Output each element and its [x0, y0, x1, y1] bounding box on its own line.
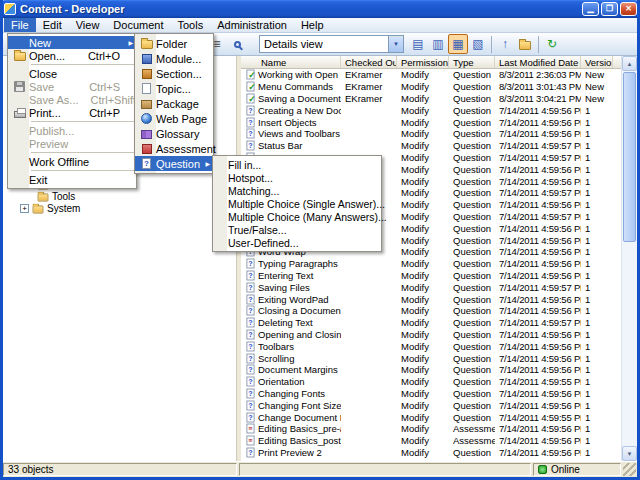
- table-row[interactable]: OrientationModifyQuestion7/14/2011 4:59:…: [241, 376, 621, 388]
- table-row[interactable]: Typing ParagraphsModifyQuestion7/14/2011…: [241, 258, 621, 270]
- cell-name: Exiting WordPad: [241, 294, 341, 305]
- up-one-level-button[interactable]: ↑: [495, 34, 515, 54]
- menu-edit[interactable]: Edit: [36, 18, 69, 32]
- minimize-button[interactable]: ▁: [582, 2, 599, 16]
- menu-item-work-offline[interactable]: Work Offline: [8, 155, 136, 168]
- menu-item-hotspot[interactable]: Hotspot...: [213, 171, 381, 184]
- question-icon: [246, 412, 254, 422]
- table-row[interactable]: Deleting TextModifyQuestion7/14/2011 4:5…: [241, 317, 621, 329]
- menu-item-fill-in[interactable]: Fill in...: [213, 158, 381, 171]
- menu-item-save[interactable]: SaveCtrl+S: [8, 80, 136, 93]
- menu-item-new[interactable]: New▶: [8, 36, 136, 49]
- table-row[interactable]: Creating a New DocumentModifyQuestion7/1…: [241, 104, 621, 116]
- menu-item-print[interactable]: Print...Ctrl+P: [8, 106, 136, 119]
- scroll-thumb[interactable]: [623, 72, 636, 242]
- menu-item-question[interactable]: Question▶: [135, 156, 213, 171]
- column-header-checked-ou[interactable]: Checked Ou...: [341, 56, 397, 68]
- menu-item-assessment[interactable]: Assessment: [135, 141, 213, 156]
- menu-item-section[interactable]: Section...: [135, 66, 213, 81]
- tree-item-system[interactable]: +System: [3, 202, 236, 214]
- menu-administration[interactable]: Administration: [210, 18, 294, 32]
- menu-item-save-as[interactable]: Save As...Ctrl+Shift+A: [8, 93, 136, 106]
- table-row[interactable]: Saving a DocumentEKramerModifyQuestion8/…: [241, 93, 621, 105]
- menu-document[interactable]: Document: [106, 18, 170, 32]
- column-header-name[interactable]: Name: [241, 56, 341, 68]
- menu-item-matching[interactable]: Matching...: [213, 184, 381, 197]
- table-row[interactable]: Saving FilesModifyQuestion7/14/2011 4:59…: [241, 281, 621, 293]
- table-row[interactable]: Opening and Closing a Do...ModifyQuestio…: [241, 329, 621, 341]
- cell-version: 1: [581, 353, 613, 364]
- menu-item-user-defined[interactable]: User-Defined...: [213, 236, 381, 249]
- menu-view[interactable]: View: [69, 18, 107, 32]
- menu-item-package[interactable]: Package: [135, 96, 213, 111]
- table-row[interactable]: Working with Open Docu...EKramerModifyQu…: [241, 69, 621, 81]
- table-row[interactable]: Insert ObjectsModifyQuestion7/14/2011 4:…: [241, 116, 621, 128]
- menu-item-preview[interactable]: Preview: [8, 137, 136, 150]
- menu-help[interactable]: Help: [294, 18, 331, 32]
- table-row[interactable]: Menu CommandsEKramerModifyQuestion8/3/20…: [241, 81, 621, 93]
- refresh-button[interactable]: ↻: [542, 34, 562, 54]
- table-row[interactable]: Print Preview 2ModifyQuestion7/14/2011 4…: [241, 447, 621, 459]
- table-row[interactable]: Editing Basics_pre-assess...ModifyAssess…: [241, 423, 621, 435]
- menu-item-glossary[interactable]: Glossary: [135, 126, 213, 141]
- menu-item-multiple-choice-single-answer[interactable]: Multiple Choice (Single Answer)...: [213, 197, 381, 210]
- resize-grip[interactable]: [623, 463, 636, 476]
- cell-modified: 7/14/2011 4:59:57 PM: [495, 187, 581, 198]
- folders-pane-button[interactable]: [515, 34, 535, 54]
- cell-type: Question: [449, 364, 495, 375]
- table-row[interactable]: Changing Font SizeModifyQuestion7/14/201…: [241, 399, 621, 411]
- menu-item-exit[interactable]: Exit: [8, 173, 136, 186]
- cell-version: 1: [581, 140, 613, 151]
- table-row[interactable]: Entering TextModifyQuestion7/14/2011 4:5…: [241, 270, 621, 282]
- menu-tools[interactable]: Tools: [171, 18, 211, 32]
- menu-item-close[interactable]: Close: [8, 67, 136, 80]
- column-header-last-modified-date[interactable]: Last Modified Date: [495, 56, 581, 68]
- scroll-up-button[interactable]: ▲: [622, 56, 637, 71]
- assessment-icon: [246, 424, 254, 434]
- table-row[interactable]: ScrollingModifyQuestion7/14/2011 4:59:56…: [241, 352, 621, 364]
- cell-version: 1: [581, 223, 613, 234]
- menu-item-true-false[interactable]: True/False...: [213, 223, 381, 236]
- menu-item-open[interactable]: Open...Ctrl+O: [8, 49, 136, 62]
- close-button[interactable]: ✕: [620, 2, 637, 16]
- large-icons-view-button[interactable]: ▤: [408, 34, 428, 54]
- tree-item-tools[interactable]: Tools: [3, 190, 236, 202]
- menu-item-module[interactable]: Module...: [135, 51, 213, 66]
- expand-icon[interactable]: +: [20, 204, 29, 213]
- table-row[interactable]: Exiting WordPadModifyQuestion7/14/2011 4…: [241, 293, 621, 305]
- table-row[interactable]: Document MarginsModifyQuestion7/14/2011 …: [241, 364, 621, 376]
- search-button[interactable]: [227, 34, 247, 54]
- scroll-track[interactable]: [622, 243, 637, 446]
- scroll-down-button[interactable]: ▼: [622, 446, 637, 461]
- menu-item-multiple-choice-many-answers[interactable]: Multiple Choice (Many Answers)...: [213, 210, 381, 223]
- menu-item-web-page[interactable]: Web Page: [135, 111, 213, 126]
- column-header-permission[interactable]: Permission: [397, 56, 449, 68]
- column-header-type[interactable]: Type: [449, 56, 495, 68]
- menu-file[interactable]: File: [4, 18, 36, 32]
- table-row[interactable]: Views and ToolbarsModifyQuestion7/14/201…: [241, 128, 621, 140]
- table-row[interactable]: Status BarModifyQuestion7/14/2011 4:59:5…: [241, 140, 621, 152]
- menu-item-label: Glossary: [156, 128, 199, 140]
- table-row[interactable]: Change Document FormatsModifyQuestion7/1…: [241, 411, 621, 423]
- details-view-button[interactable]: ▦: [448, 34, 468, 54]
- table-row[interactable]: Closing a DocumentModifyQuestion7/14/201…: [241, 305, 621, 317]
- cell-permission: Modify: [397, 364, 449, 375]
- menu-item-publish[interactable]: Publish...: [8, 124, 136, 137]
- menu-item-topic[interactable]: Topic...: [135, 81, 213, 96]
- cell-name: Toolbars: [241, 341, 341, 352]
- question-icon: [246, 117, 254, 127]
- thumbnails-view-button[interactable]: ▧: [468, 34, 488, 54]
- menu-item-label: Section...: [156, 68, 202, 80]
- object-count: 33 objects: [3, 463, 237, 476]
- view-mode-select[interactable]: Details view▼: [259, 35, 404, 53]
- list-view-button[interactable]: ▥: [428, 34, 448, 54]
- table-row[interactable]: ToolbarsModifyQuestion7/14/2011 4:59:56 …: [241, 340, 621, 352]
- cell-version: 1: [581, 388, 613, 399]
- menu-item-folder[interactable]: Folder: [135, 36, 213, 51]
- column-header-version[interactable]: Version: [581, 56, 613, 68]
- maximize-button[interactable]: ❐: [601, 2, 618, 16]
- chevron-down-icon[interactable]: ▼: [388, 36, 403, 52]
- table-row[interactable]: Editing Basics_post-asses...ModifyAssess…: [241, 435, 621, 447]
- table-row[interactable]: Changing FontsModifyQuestion7/14/2011 4:…: [241, 388, 621, 400]
- vertical-scrollbar[interactable]: ▲ ▼: [621, 56, 637, 461]
